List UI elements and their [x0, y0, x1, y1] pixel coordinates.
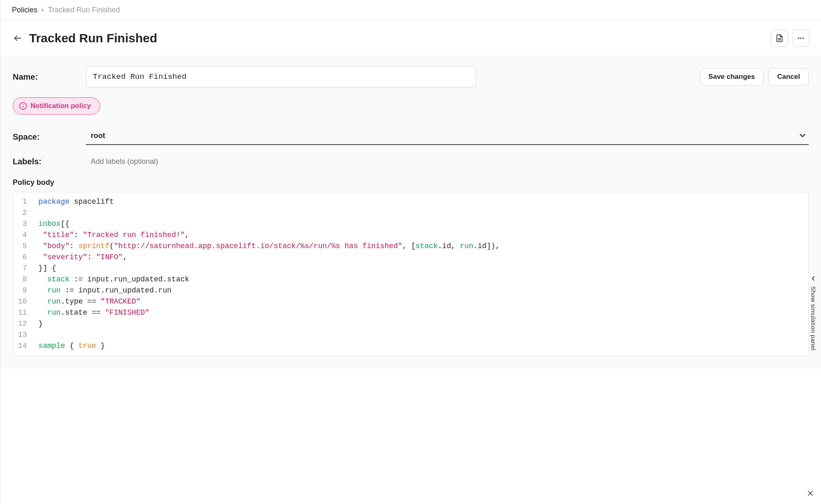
simulation-panel-label: Show simulation panel — [810, 286, 817, 350]
svg-point-4 — [800, 37, 801, 39]
dots-horizontal-icon — [797, 34, 805, 42]
cancel-button[interactable]: Cancel — [768, 68, 809, 85]
policy-code-editor[interactable]: 1234567891011121314 package spacelift in… — [13, 192, 809, 356]
line-number: 13 — [16, 329, 30, 341]
space-label: Space: — [13, 132, 86, 142]
line-number: 6 — [16, 252, 30, 263]
line-number: 9 — [16, 285, 30, 296]
notification-policy-badge: Notification policy — [13, 97, 100, 115]
info-icon — [19, 102, 27, 110]
labels-row: Labels: — [13, 155, 809, 168]
line-number: 2 — [16, 207, 30, 219]
line-number: 14 — [16, 341, 30, 352]
line-number: 11 — [16, 307, 30, 318]
line-number: 7 — [16, 263, 30, 274]
name-row: Name: Save changes Cancel — [13, 66, 809, 87]
back-arrow-icon[interactable] — [12, 32, 23, 44]
page-title: Tracked Run Finished — [29, 31, 767, 45]
code-body[interactable]: package spacelift inbox[{ "title": "Trac… — [34, 192, 808, 356]
code-gutter: 1234567891011121314 — [13, 192, 34, 356]
content-area: Name: Save changes Cancel — [0, 56, 821, 368]
document-button[interactable] — [771, 30, 788, 47]
line-number: 1 — [16, 196, 30, 207]
space-select[interactable]: root — [86, 129, 809, 145]
breadcrumb: Policies • Tracked Run Finished — [0, 0, 821, 21]
show-simulation-panel-toggle[interactable]: Show simulation panel — [810, 275, 817, 350]
space-value: root — [91, 131, 105, 140]
line-number: 10 — [16, 296, 30, 307]
name-input[interactable] — [86, 66, 476, 87]
notification-policy-badge-text: Notification policy — [30, 102, 91, 110]
policy-body-title: Policy body — [13, 178, 809, 187]
line-number: 8 — [16, 274, 30, 285]
document-icon — [775, 34, 784, 42]
breadcrumb-separator: • — [41, 7, 44, 14]
more-options-button[interactable] — [792, 30, 810, 47]
breadcrumb-policies-link[interactable]: Policies — [12, 6, 37, 14]
line-number: 5 — [16, 241, 30, 252]
labels-label: Labels: — [13, 157, 86, 166]
svg-point-3 — [798, 37, 799, 39]
chevron-down-icon — [798, 131, 807, 140]
page-header: Tracked Run Finished — [0, 21, 821, 56]
line-number: 4 — [16, 230, 30, 241]
save-button[interactable]: Save changes — [700, 68, 764, 85]
line-number: 3 — [16, 219, 30, 230]
close-icon[interactable] — [805, 488, 815, 498]
line-number: 12 — [16, 318, 30, 329]
space-row: Space: root — [13, 129, 809, 145]
chevron-left-icon — [810, 275, 817, 282]
name-label: Name: — [13, 72, 86, 82]
svg-point-5 — [803, 37, 804, 39]
breadcrumb-current: Tracked Run Finished — [48, 6, 120, 14]
labels-input[interactable] — [86, 155, 809, 168]
